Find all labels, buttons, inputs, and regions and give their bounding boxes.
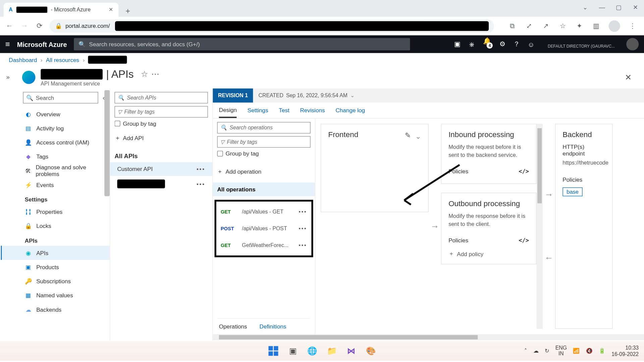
menu-locks[interactable]: 🔒Locks <box>1 219 110 233</box>
close-blade-icon[interactable]: ✕ <box>625 72 635 82</box>
cloud-shell-icon[interactable]: ▣ <box>454 40 460 48</box>
chrome-app-icon[interactable]: 🌐 <box>305 344 319 358</box>
hamburger-icon[interactable]: ≡ <box>5 40 10 49</box>
menu-apis[interactable]: ◉APIs <box>1 246 110 260</box>
operations-search-input[interactable]: 🔍Search operations <box>217 122 310 133</box>
add-policy-button[interactable]: ＋Add policy <box>448 246 529 258</box>
add-operation-button[interactable]: ＋Add operation <box>217 165 310 183</box>
wifi-icon[interactable]: 📶 <box>573 348 580 354</box>
start-button[interactable] <box>266 344 280 358</box>
directories-icon[interactable]: ⛯ <box>469 41 475 48</box>
api-item-menu-icon[interactable]: ••• <box>197 166 205 173</box>
breadcrumb-all-resources[interactable]: All resources <box>46 56 79 63</box>
extensions-icon[interactable]: ✦ <box>575 22 584 30</box>
operation-menu-icon[interactable]: ••• <box>299 208 307 215</box>
editor-horizontal-scrollbar[interactable] <box>213 334 644 340</box>
ops-group-checkbox[interactable] <box>217 151 223 157</box>
menu-tags[interactable]: ◆Tags <box>1 149 110 164</box>
profile-avatar[interactable] <box>609 20 620 32</box>
onedrive-icon[interactable]: ☁ <box>533 348 539 354</box>
tray-chevron-icon[interactable]: ˄ <box>524 348 527 354</box>
chevron-down-icon[interactable]: ⌄ <box>581 4 589 11</box>
menu-properties[interactable]: ╏╏Properties <box>1 205 110 219</box>
language-indicator[interactable]: ENG IN <box>555 345 567 357</box>
operation-get-values[interactable]: GET /api/Values - GET ••• <box>218 203 310 220</box>
new-tab-button[interactable]: + <box>122 5 133 17</box>
azure-brand[interactable]: Microsoft Azure <box>17 41 67 48</box>
api-group-by-tag[interactable]: Group by tag <box>115 120 208 127</box>
api-search-input[interactable]: 🔍Search APIs <box>115 92 208 103</box>
operation-menu-icon[interactable]: ••• <box>299 242 307 248</box>
base-policy-button[interactable]: base <box>562 187 582 196</box>
settings-gear-icon[interactable]: ⚙ <box>499 40 505 48</box>
share-icon[interactable]: ↗ <box>541 22 550 30</box>
revision-tag[interactable]: REVISION 1 <box>213 88 253 103</box>
close-tab-icon[interactable]: ✕ <box>109 7 113 13</box>
tab-revisions[interactable]: Revisions <box>300 103 325 118</box>
task-view-icon[interactable]: ▣ <box>286 344 300 358</box>
tab-definitions[interactable]: Definitions <box>260 323 286 330</box>
api-filter-input[interactable]: ▽Filter by tags <box>115 106 208 117</box>
azure-search-input[interactable]: 🔍 Search resources, services, and docs (… <box>74 38 410 50</box>
all-apis-header[interactable]: All APIs <box>115 150 208 162</box>
account-info[interactable]: x DEFAULT DIRECTORY (GAURAVC... <box>548 40 615 49</box>
resource-menu-scrollbar[interactable] <box>104 90 110 196</box>
file-explorer-icon[interactable]: 📁 <box>325 344 339 358</box>
add-api-button[interactable]: ＋Add API <box>115 134 208 142</box>
reload-icon[interactable]: ⟳ <box>35 22 44 30</box>
breadcrumb-dashboard[interactable]: Dashboard <box>9 56 37 63</box>
bookmark-icon[interactable]: ☆ <box>558 22 567 30</box>
menu-diagnose[interactable]: 🛠Diagnose and solve problems <box>1 164 110 178</box>
pencil-icon[interactable]: ✎ <box>405 131 411 140</box>
code-icon[interactable]: </> <box>519 168 529 175</box>
revision-dropdown-icon[interactable]: ⌄ <box>350 93 355 99</box>
tab-settings[interactable]: Settings <box>248 103 268 118</box>
tab-test[interactable]: Test <box>279 103 289 118</box>
processing-scrollbar[interactable] <box>537 124 543 329</box>
more-actions-icon[interactable]: ⋯ <box>151 69 159 79</box>
address-bar[interactable]: 🔒 portal.azure.com/ <box>50 19 494 33</box>
operations-filter-input[interactable]: ▽Filter by tags <box>217 136 310 147</box>
operation-menu-icon[interactable]: ••• <box>299 226 307 232</box>
clock[interactable]: 10:33 16-09-2022 <box>611 345 639 357</box>
tab-operations[interactable]: Operations <box>219 323 247 330</box>
back-icon[interactable]: ← <box>4 22 14 30</box>
open-external-icon[interactable]: ⧉ <box>508 22 517 30</box>
volume-icon[interactable]: 🔇 <box>586 348 593 354</box>
api-item-customer[interactable]: Customer API••• <box>110 162 212 176</box>
side-panel-icon[interactable]: ▥ <box>592 22 600 30</box>
notifications-icon[interactable]: 🔔4 <box>483 37 491 51</box>
tab-design[interactable]: Design <box>219 103 237 118</box>
sync-icon[interactable]: ↻ <box>545 348 549 354</box>
favorite-star-icon[interactable]: ☆ <box>141 69 148 79</box>
api-item-menu-icon[interactable]: ••• <box>197 181 205 187</box>
tab-change-log[interactable]: Change log <box>335 103 365 118</box>
operation-post-values[interactable]: POST /api/Values - POST ••• <box>218 220 310 237</box>
api-item-redacted[interactable]: ••• <box>110 176 212 192</box>
resource-menu-search[interactable]: 🔍 Search <box>23 92 98 103</box>
account-avatar[interactable] <box>626 38 639 50</box>
menu-overview[interactable]: ◐Overview <box>1 107 110 121</box>
zoom-icon[interactable]: ⤢ <box>525 22 533 30</box>
menu-activity-log[interactable]: ▤Activity log <box>1 121 110 135</box>
menu-events[interactable]: ⚡Events <box>1 178 110 192</box>
browser-tab-active[interactable]: A - Microsoft Azure ✕ <box>4 3 119 17</box>
menu-access-control[interactable]: 👤Access control (IAM) <box>1 135 110 149</box>
menu-products[interactable]: ▣Products <box>1 260 110 274</box>
kebab-menu-icon[interactable]: ⋮ <box>628 22 637 30</box>
chevron-down-icon[interactable]: ⌄ <box>415 132 421 140</box>
battery-icon[interactable]: 🔋 <box>599 348 605 354</box>
paint-app-icon[interactable]: 🎨 <box>364 344 378 358</box>
all-operations-header[interactable]: All operations <box>213 183 315 196</box>
minimize-icon[interactable]: — <box>598 4 606 11</box>
code-icon[interactable]: </> <box>519 237 529 244</box>
visual-studio-icon[interactable]: ⋈ <box>344 344 358 358</box>
ops-group-by-tag[interactable]: Group by tag <box>217 150 310 157</box>
operation-get-weather[interactable]: GET GetWeatherForec... ••• <box>218 237 310 254</box>
group-by-tag-checkbox[interactable] <box>115 121 120 126</box>
menu-named-values[interactable]: ▦Named values <box>1 288 110 302</box>
close-window-icon[interactable]: ✕ <box>632 4 640 11</box>
blade-expand-icon[interactable]: » <box>6 73 9 80</box>
maximize-icon[interactable]: ▢ <box>615 4 623 11</box>
menu-subscriptions[interactable]: 🔑Subscriptions <box>1 274 110 288</box>
